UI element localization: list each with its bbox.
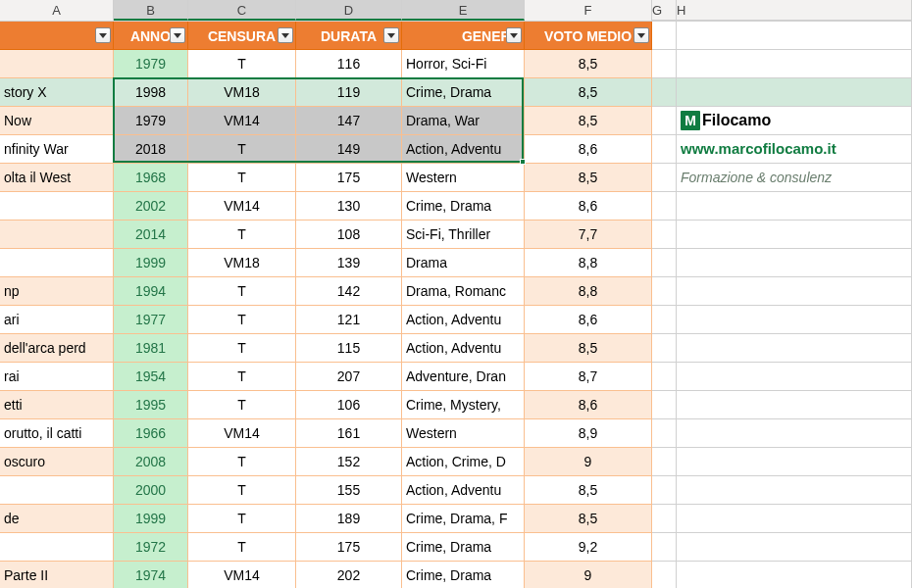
cell-genere[interactable]: Action, Adventu bbox=[402, 306, 525, 334]
cell-genere[interactable]: Action, Adventu bbox=[402, 135, 525, 164]
cell-voto[interactable]: 8,7 bbox=[525, 363, 652, 391]
cell-titolo[interactable]: dell'arca perd bbox=[0, 334, 114, 363]
table-row[interactable]: 1979T116Horror, Sci-Fi8,5 bbox=[0, 50, 912, 78]
cell-censura[interactable]: T bbox=[188, 50, 296, 78]
cell-censura[interactable]: T bbox=[188, 391, 296, 419]
cell-anno[interactable]: 1972 bbox=[114, 533, 188, 562]
cell-censura[interactable]: T bbox=[188, 135, 296, 164]
cell-blank[interactable] bbox=[652, 391, 677, 419]
cell-titolo[interactable]: de bbox=[0, 505, 114, 533]
cell-sidebar[interactable] bbox=[677, 476, 912, 505]
table-row[interactable]: etti1995T106Crime, Mystery,8,6 bbox=[0, 391, 912, 419]
cell-genere[interactable]: Crime, Drama bbox=[402, 78, 525, 107]
cell-titolo[interactable]: ari bbox=[0, 306, 114, 334]
cell-sidebar[interactable] bbox=[677, 334, 912, 363]
cell-anno[interactable]: 2018 bbox=[114, 135, 188, 164]
cell-genere[interactable]: Drama bbox=[402, 249, 525, 277]
cell-genere[interactable]: Adventure, Dran bbox=[402, 363, 525, 391]
cell-voto[interactable]: 8,6 bbox=[525, 306, 652, 334]
cell-titolo[interactable] bbox=[0, 476, 114, 505]
cell-voto[interactable]: 8,5 bbox=[525, 107, 652, 135]
cell-titolo[interactable]: oscuro bbox=[0, 448, 114, 476]
table-row[interactable]: de1999T189Crime, Drama, F8,5 bbox=[0, 505, 912, 533]
cell-anno[interactable]: 1994 bbox=[114, 277, 188, 306]
cell-censura[interactable]: T bbox=[188, 164, 296, 192]
cell-durata[interactable]: 119 bbox=[296, 78, 402, 107]
cell-durata[interactable]: 142 bbox=[296, 277, 402, 306]
cell-durata[interactable]: 202 bbox=[296, 562, 402, 588]
cell-sidebar[interactable] bbox=[677, 220, 912, 249]
cell-sidebar[interactable] bbox=[677, 363, 912, 391]
cell-censura[interactable]: VM14 bbox=[188, 562, 296, 588]
cell-blank[interactable] bbox=[652, 419, 677, 448]
filter-icon[interactable] bbox=[278, 27, 293, 43]
header-genere[interactable]: GENERE bbox=[402, 22, 525, 50]
cell-durata[interactable]: 152 bbox=[296, 448, 402, 476]
cell-censura[interactable]: VM18 bbox=[188, 78, 296, 107]
cell-blank[interactable] bbox=[652, 476, 677, 505]
cell-sidebar[interactable] bbox=[677, 562, 912, 588]
cell-durata[interactable]: 175 bbox=[296, 533, 402, 562]
cell-blank[interactable] bbox=[652, 164, 677, 192]
cell-blank[interactable] bbox=[652, 22, 677, 50]
cell-durata[interactable]: 155 bbox=[296, 476, 402, 505]
cell-titolo[interactable]: olta il West bbox=[0, 164, 114, 192]
cell-voto[interactable]: 8,5 bbox=[525, 334, 652, 363]
cell-genere[interactable]: Action, Adventu bbox=[402, 476, 525, 505]
table-row[interactable]: olta il West1968T175Western8,5Formazione… bbox=[0, 164, 912, 192]
cell-voto[interactable]: 9,2 bbox=[525, 533, 652, 562]
cell-blank[interactable] bbox=[652, 249, 677, 277]
cell-titolo[interactable]: Parte II bbox=[0, 562, 114, 588]
cell-blank[interactable] bbox=[652, 306, 677, 334]
cell-anno[interactable]: 1998 bbox=[114, 78, 188, 107]
cell-censura[interactable]: T bbox=[188, 220, 296, 249]
table-row[interactable]: story X1998VM18119Crime, Drama8,5 bbox=[0, 78, 912, 107]
cell-genere[interactable]: Action, Adventu bbox=[402, 334, 525, 363]
cell-titolo[interactable]: nfinity War bbox=[0, 135, 114, 164]
cell-titolo[interactable] bbox=[0, 533, 114, 562]
header-durata[interactable]: DURATA bbox=[296, 22, 402, 50]
cell-titolo[interactable] bbox=[0, 192, 114, 220]
col-header-C[interactable]: C bbox=[188, 0, 296, 21]
cell-voto[interactable]: 8,6 bbox=[525, 192, 652, 220]
worksheet[interactable]: ANNO CENSURA DURATA GENERE VOTO MEDIO 19… bbox=[0, 22, 912, 588]
cell-voto[interactable]: 8,8 bbox=[525, 249, 652, 277]
cell-anno[interactable]: 1954 bbox=[114, 363, 188, 391]
table-row[interactable]: orutto, il catti1966VM14161Western8,9 bbox=[0, 419, 912, 448]
table-row[interactable]: np1994T142Drama, Romanc8,8 bbox=[0, 277, 912, 306]
cell-genere[interactable]: Crime, Drama, F bbox=[402, 505, 525, 533]
cell-censura[interactable]: T bbox=[188, 505, 296, 533]
cell-titolo[interactable]: np bbox=[0, 277, 114, 306]
cell-blank[interactable] bbox=[677, 22, 912, 50]
col-header-B[interactable]: B bbox=[114, 0, 188, 21]
filter-icon[interactable] bbox=[633, 27, 649, 43]
cell-sidebar[interactable] bbox=[677, 391, 912, 419]
cell-blank[interactable] bbox=[652, 533, 677, 562]
table-row[interactable]: 1999VM18139Drama8,8 bbox=[0, 249, 912, 277]
cell-blank[interactable] bbox=[652, 277, 677, 306]
cell-titolo[interactable] bbox=[0, 50, 114, 78]
col-header-E[interactable]: E bbox=[402, 0, 525, 21]
cell-titolo[interactable]: etti bbox=[0, 391, 114, 419]
cell-anno[interactable]: 1966 bbox=[114, 419, 188, 448]
cell-genere[interactable]: Drama, Romanc bbox=[402, 277, 525, 306]
header-anno[interactable]: ANNO bbox=[114, 22, 188, 50]
cell-sidebar[interactable] bbox=[677, 306, 912, 334]
cell-censura[interactable]: VM14 bbox=[188, 192, 296, 220]
cell-durata[interactable]: 175 bbox=[296, 164, 402, 192]
cell-voto[interactable]: 8,6 bbox=[525, 391, 652, 419]
cell-genere[interactable]: Western bbox=[402, 419, 525, 448]
cell-anno[interactable]: 2008 bbox=[114, 448, 188, 476]
cell-blank[interactable] bbox=[652, 334, 677, 363]
cell-censura[interactable]: T bbox=[188, 277, 296, 306]
table-row[interactable]: rai1954T207Adventure, Dran8,7 bbox=[0, 363, 912, 391]
cell-sidebar[interactable] bbox=[677, 249, 912, 277]
cell-censura[interactable]: T bbox=[188, 334, 296, 363]
cell-genere[interactable]: Drama, War bbox=[402, 107, 525, 135]
cell-genere[interactable]: Crime, Drama bbox=[402, 192, 525, 220]
cell-durata[interactable]: 130 bbox=[296, 192, 402, 220]
cell-titolo[interactable]: orutto, il catti bbox=[0, 419, 114, 448]
cell-anno[interactable]: 2014 bbox=[114, 220, 188, 249]
cell-voto[interactable]: 8,5 bbox=[525, 78, 652, 107]
filter-icon[interactable] bbox=[383, 27, 399, 43]
